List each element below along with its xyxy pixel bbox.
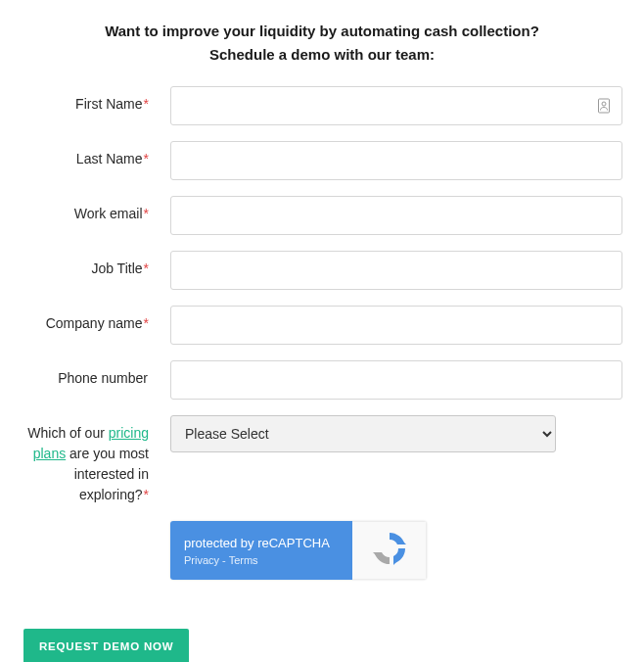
required-marker: * xyxy=(144,315,149,331)
first-name-input[interactable] xyxy=(170,86,622,125)
job-title-input[interactable] xyxy=(170,251,622,290)
job-title-row: Job Title* xyxy=(22,251,622,290)
company-name-input[interactable] xyxy=(170,306,622,345)
recaptcha-terms-link[interactable]: Terms xyxy=(229,554,258,566)
form-heading: Want to improve your liquidity by automa… xyxy=(22,20,622,67)
first-name-label: First Name* xyxy=(22,86,151,115)
recaptcha-widget: protected by reCAPTCHA Privacy - Terms xyxy=(170,521,427,580)
first-name-row: First Name* xyxy=(22,86,622,125)
work-email-input[interactable] xyxy=(170,196,622,235)
last-name-input[interactable] xyxy=(170,141,622,180)
recaptcha-links: Privacy - Terms xyxy=(184,554,339,566)
recaptcha-row: protected by reCAPTCHA Privacy - Terms xyxy=(22,521,622,580)
company-name-row: Company name* xyxy=(22,306,622,345)
heading-line-1: Want to improve your liquidity by automa… xyxy=(105,23,539,39)
pricing-plan-row: Which of our pricing plans are you most … xyxy=(22,415,622,505)
required-marker: * xyxy=(144,96,149,112)
phone-number-label: Phone number xyxy=(22,360,151,389)
request-demo-button[interactable]: REQUEST DEMO NOW xyxy=(23,629,189,662)
recaptcha-title: protected by reCAPTCHA xyxy=(184,536,339,550)
required-marker: * xyxy=(144,151,149,166)
pricing-plan-select[interactable]: Please Select xyxy=(170,415,556,452)
demo-request-form: First Name* Last Name* Work email* xyxy=(22,86,622,662)
submit-row: REQUEST DEMO NOW xyxy=(22,629,622,662)
heading-line-2: Schedule a demo with our team: xyxy=(209,46,435,63)
required-marker: * xyxy=(144,487,149,502)
job-title-label: Job Title* xyxy=(22,251,151,279)
recaptcha-logo-area xyxy=(352,521,427,580)
required-marker: * xyxy=(144,206,149,221)
recaptcha-info: protected by reCAPTCHA Privacy - Terms xyxy=(170,521,352,580)
phone-number-row: Phone number xyxy=(22,360,622,400)
last-name-row: Last Name* xyxy=(22,141,622,180)
last-name-label: Last Name* xyxy=(22,141,151,169)
company-name-label: Company name* xyxy=(22,306,151,334)
pricing-plan-label: Which of our pricing plans are you most … xyxy=(22,415,151,505)
work-email-label: Work email* xyxy=(22,196,151,224)
recaptcha-privacy-link[interactable]: Privacy xyxy=(184,554,219,566)
phone-number-input[interactable] xyxy=(170,360,622,400)
recaptcha-icon xyxy=(370,529,409,572)
work-email-row: Work email* xyxy=(22,196,622,235)
required-marker: * xyxy=(144,260,149,276)
